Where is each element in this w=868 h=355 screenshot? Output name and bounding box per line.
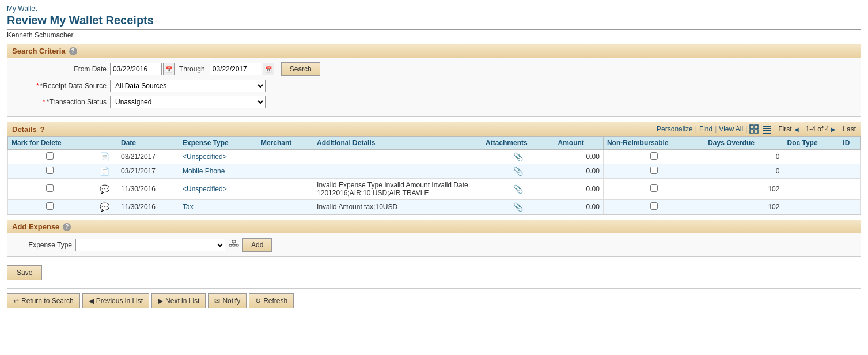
- col-id: ID: [839, 137, 861, 150]
- svg-rect-2: [750, 130, 753, 133]
- row-attachments[interactable]: 📎: [482, 150, 554, 164]
- notify-button[interactable]: ✉ Notify: [208, 293, 247, 308]
- row-days-overdue: 102: [704, 179, 783, 200]
- row-date: 03/21/2017: [117, 150, 179, 164]
- search-criteria-section: Search Criteria ? From Date 📅 Through 📅 …: [7, 44, 861, 117]
- row-days-overdue: 102: [704, 200, 783, 214]
- col-expense-type: Expense Type: [179, 137, 257, 150]
- through-date-input[interactable]: [210, 63, 261, 75]
- row-attachments[interactable]: 📎: [482, 164, 554, 179]
- doc-icon[interactable]: 📄: [100, 167, 109, 176]
- row-id: [839, 150, 861, 164]
- row-doc-type: [783, 200, 839, 214]
- non-reimbursable-checkbox[interactable]: [650, 152, 658, 160]
- row-delete-checkbox[interactable]: [46, 167, 54, 174]
- row-attachments[interactable]: 📎: [482, 200, 554, 214]
- row-expense-type[interactable]: <Unspecified>: [179, 179, 257, 200]
- through-label: Through: [179, 65, 205, 73]
- breadcrumb[interactable]: My Wallet: [7, 5, 861, 13]
- previous-in-list-label: Previous in List: [96, 297, 143, 305]
- nav-next-arrow[interactable]: ▶: [831, 126, 836, 133]
- next-icon: ▶: [158, 297, 163, 305]
- add-button[interactable]: Add: [242, 238, 272, 252]
- add-expense-help-icon[interactable]: ?: [63, 223, 71, 231]
- svg-rect-13: [236, 244, 238, 246]
- row-non-reimbursable-cell: [603, 179, 704, 200]
- grid-icon-2[interactable]: [762, 124, 771, 134]
- row-merchant: [257, 150, 313, 164]
- row-amount: 0.00: [554, 150, 603, 164]
- row-delete-checkbox[interactable]: [46, 202, 54, 210]
- add-expense-row: Expense Type Add: [14, 238, 854, 252]
- row-doc-type: [783, 150, 839, 164]
- paperclip-icon[interactable]: 📎: [513, 152, 523, 161]
- svg-rect-3: [755, 130, 758, 133]
- view-all-link[interactable]: View All: [719, 125, 743, 133]
- details-section: Details ? Personalize | Find | View All …: [7, 122, 861, 215]
- save-section: Save: [7, 262, 861, 284]
- row-delete-checkbox[interactable]: [46, 184, 54, 192]
- row-non-reimbursable-cell: [603, 200, 704, 214]
- date-row: From Date 📅 Through 📅 Search: [14, 62, 854, 76]
- refresh-button[interactable]: ↻ Refresh: [249, 293, 294, 308]
- expense-type-link[interactable]: Mobile Phone: [183, 167, 225, 175]
- msg-icon[interactable]: 💬: [100, 184, 109, 194]
- previous-in-list-button[interactable]: ◀ Previous in List: [82, 293, 149, 308]
- grid-icon-1[interactable]: [749, 124, 759, 134]
- row-non-reimbursable-cell: [603, 164, 704, 179]
- expense-type-link[interactable]: Tax: [183, 203, 194, 211]
- return-to-search-label: Return to Search: [21, 297, 74, 305]
- save-button[interactable]: Save: [7, 265, 42, 280]
- col-icon: [92, 137, 117, 150]
- receipt-data-source-select[interactable]: All Data Sources Corporate Card Out of P…: [110, 80, 266, 92]
- row-delete-checkbox[interactable]: [46, 152, 54, 160]
- row-id: [839, 164, 861, 179]
- row-expense-type[interactable]: Tax: [179, 200, 257, 214]
- msg-icon[interactable]: 💬: [100, 202, 109, 212]
- org-chart-icon[interactable]: [229, 240, 239, 250]
- row-icon-cell: 💬: [92, 179, 117, 200]
- from-date-input[interactable]: [110, 63, 162, 75]
- non-reimbursable-checkbox[interactable]: [650, 184, 658, 192]
- transaction-status-select[interactable]: Unassigned Assigned All: [110, 96, 266, 108]
- row-attachments[interactable]: 📎: [482, 179, 554, 200]
- col-additional-details: Additional Details: [313, 137, 482, 150]
- personalize-link[interactable]: Personalize: [657, 125, 693, 133]
- details-tbody: 📄03/21/2017<Unspecified>📎0.000📄03/21/201…: [8, 150, 861, 214]
- row-date: 03/21/2017: [117, 164, 179, 179]
- col-merchant: Merchant: [257, 137, 313, 150]
- table-row: 📄03/21/2017Mobile Phone📎0.000: [8, 164, 861, 179]
- expense-type-select[interactable]: [75, 239, 225, 251]
- row-expense-type[interactable]: Mobile Phone: [179, 164, 257, 179]
- non-reimbursable-checkbox[interactable]: [650, 167, 658, 174]
- paperclip-icon[interactable]: 📎: [513, 167, 523, 176]
- row-expense-type[interactable]: <Unspecified>: [179, 150, 257, 164]
- page-title: Review My Wallet Receipts: [7, 14, 861, 30]
- row-date: 11/30/2016: [117, 179, 179, 200]
- nav-first[interactable]: First: [778, 125, 791, 133]
- find-link[interactable]: Find: [699, 125, 712, 133]
- from-date-calendar-button[interactable]: 📅: [163, 63, 175, 75]
- transaction-status-row: *Transaction Status Unassigned Assigned …: [14, 96, 854, 108]
- notify-icon: ✉: [214, 297, 220, 305]
- nav-last[interactable]: Last: [843, 125, 856, 133]
- details-help-icon[interactable]: ?: [40, 125, 45, 134]
- row-checkbox-cell: [8, 150, 92, 164]
- paperclip-icon[interactable]: 📎: [513, 184, 523, 194]
- next-in-list-button[interactable]: ▶ Next in List: [151, 293, 206, 308]
- search-criteria-help-icon[interactable]: ?: [69, 47, 77, 55]
- through-date-calendar-button[interactable]: 📅: [263, 63, 274, 75]
- next-in-list-label: Next in List: [165, 297, 199, 305]
- refresh-icon: ↻: [255, 297, 261, 305]
- paperclip-icon[interactable]: 📎: [513, 202, 523, 212]
- row-amount: 0.00: [554, 164, 603, 179]
- expense-type-link[interactable]: <Unspecified>: [183, 185, 227, 193]
- non-reimbursable-checkbox[interactable]: [650, 202, 658, 210]
- return-to-search-button[interactable]: ↩ Return to Search: [7, 293, 80, 308]
- expense-type-link[interactable]: <Unspecified>: [183, 153, 227, 161]
- search-button[interactable]: Search: [281, 62, 320, 76]
- row-checkbox-cell: [8, 164, 92, 179]
- nav-prev-arrow[interactable]: ◀: [794, 126, 799, 133]
- doc-icon[interactable]: 📄: [100, 152, 109, 161]
- prev-icon: ◀: [89, 297, 94, 305]
